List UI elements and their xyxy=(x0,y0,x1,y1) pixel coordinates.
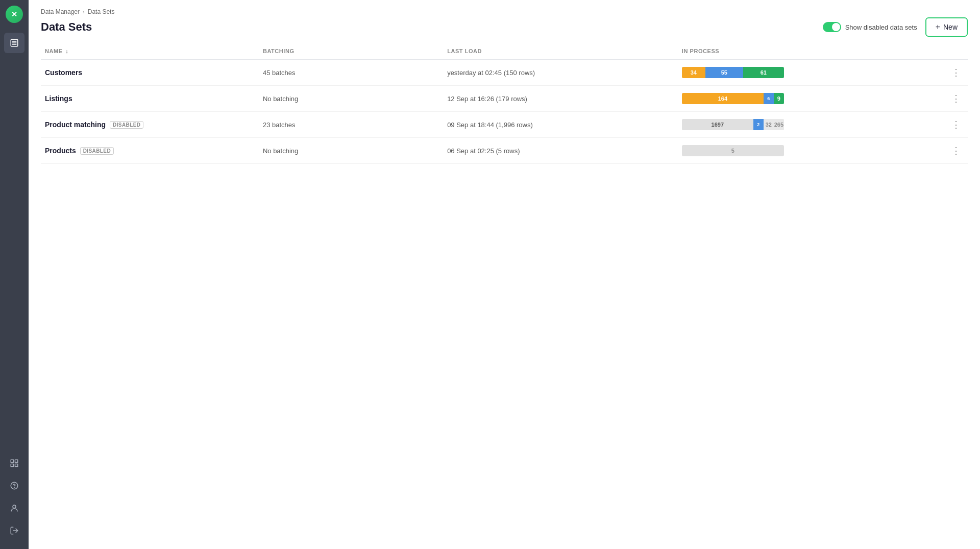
table-container: NAME ↓ BATCHING LAST LOAD IN PROCESS xyxy=(29,43,980,549)
col-lastload-label: LAST LOAD xyxy=(447,48,482,54)
name-cell-products: ProductsDISABLED xyxy=(41,138,259,164)
col-header-name[interactable]: NAME ↓ xyxy=(41,43,259,60)
progress-bar: 16469 xyxy=(682,93,784,104)
progress-segment: 164 xyxy=(682,93,764,104)
batching-cell: 23 batches xyxy=(259,112,443,138)
progress-segment: 265 xyxy=(774,119,784,130)
grid-icon xyxy=(10,459,19,468)
progress-segment: 9 xyxy=(774,93,784,104)
more-menu-icon[interactable]: ⋮ xyxy=(948,144,964,158)
disabled-badge: DISABLED xyxy=(110,121,143,129)
logout-icon xyxy=(10,526,19,535)
lastload-cell: 06 Sep at 02:25 (5 rows) xyxy=(443,138,678,164)
sidebar-nav xyxy=(4,29,24,453)
sidebar xyxy=(0,0,29,549)
name-cell-product-matching: Product matchingDISABLED xyxy=(41,112,259,138)
name-cell-listings: Listings xyxy=(41,86,259,112)
lastload-cell: 12 Sep at 16:26 (179 rows) xyxy=(443,86,678,112)
row-name[interactable]: Product matching xyxy=(45,121,106,129)
sidebar-item-user[interactable] xyxy=(4,498,24,518)
batching-cell: 45 batches xyxy=(259,60,443,86)
svg-rect-6 xyxy=(11,464,13,467)
col-batching-label: BATCHING xyxy=(263,48,295,54)
sidebar-item-logout[interactable] xyxy=(4,520,24,541)
progress-bar: 1697232265 xyxy=(682,119,784,130)
progress-bar: 5 xyxy=(682,145,784,156)
name-cell-customers: Customers xyxy=(41,60,259,86)
table-body: Customers45 batchesyesterday at 02:45 (1… xyxy=(41,60,968,164)
col-header-actions xyxy=(929,43,968,60)
disabled-badge: DISABLED xyxy=(80,147,114,155)
help-icon xyxy=(10,481,19,490)
actions-cell: ⋮ xyxy=(929,86,968,112)
col-header-lastload: LAST LOAD xyxy=(443,43,678,60)
actions-cell: ⋮ xyxy=(929,112,968,138)
progress-segment: 1697 xyxy=(682,119,753,130)
svg-point-9 xyxy=(14,487,15,488)
col-header-inprocess: IN PROCESS xyxy=(678,43,929,60)
user-icon xyxy=(10,504,19,513)
page-title-row: Data Sets Show disabled data sets + New xyxy=(41,17,968,37)
batching-cell: No batching xyxy=(259,86,443,112)
progress-bar: 345561 xyxy=(682,67,784,78)
more-menu-icon[interactable]: ⋮ xyxy=(948,117,964,132)
sort-asc-icon: ↓ xyxy=(65,48,68,54)
logo-icon xyxy=(6,6,23,23)
batching-cell: No batching xyxy=(259,138,443,164)
new-button[interactable]: + New xyxy=(925,17,968,37)
breadcrumb-parent[interactable]: Data Manager xyxy=(41,8,80,15)
lastload-cell: yesterday at 02:45 (150 rows) xyxy=(443,60,678,86)
app-logo[interactable] xyxy=(0,0,29,29)
svg-rect-5 xyxy=(15,460,18,462)
progress-segment: 32 xyxy=(764,119,774,130)
sidebar-item-grid[interactable] xyxy=(4,453,24,473)
svg-rect-7 xyxy=(15,464,18,467)
list-icon xyxy=(10,38,19,47)
svg-rect-4 xyxy=(11,460,13,462)
row-name[interactable]: Customers xyxy=(45,68,82,77)
show-disabled-toggle[interactable] xyxy=(823,22,841,32)
toggle-label-text: Show disabled data sets xyxy=(845,23,917,31)
progress-segment: 5 xyxy=(682,145,784,156)
new-button-label: New xyxy=(943,23,958,31)
sidebar-item-help[interactable] xyxy=(4,475,24,496)
breadcrumb-separator: › xyxy=(83,9,85,15)
header-actions: Show disabled data sets + New xyxy=(823,17,968,37)
inprocess-cell: 345561 xyxy=(678,60,929,86)
inprocess-cell: 16469 xyxy=(678,86,929,112)
breadcrumb-current: Data Sets xyxy=(88,8,115,15)
progress-segment: 55 xyxy=(705,67,743,78)
inprocess-cell: 5 xyxy=(678,138,929,164)
row-name[interactable]: Products xyxy=(45,147,76,155)
col-inprocess-label: IN PROCESS xyxy=(682,48,719,54)
table-header-row: NAME ↓ BATCHING LAST LOAD IN PROCESS xyxy=(41,43,968,60)
plus-icon: + xyxy=(936,22,940,32)
col-name-label: NAME xyxy=(45,48,63,54)
progress-segment: 61 xyxy=(743,67,784,78)
table-row: Customers45 batchesyesterday at 02:45 (1… xyxy=(41,60,968,86)
table-row: ProductsDISABLEDNo batching06 Sep at 02:… xyxy=(41,138,968,164)
toggle-disabled-label[interactable]: Show disabled data sets xyxy=(823,22,917,32)
datasets-table: NAME ↓ BATCHING LAST LOAD IN PROCESS xyxy=(41,43,968,164)
col-header-batching: BATCHING xyxy=(259,43,443,60)
table-row: ListingsNo batching12 Sep at 16:26 (179 … xyxy=(41,86,968,112)
inprocess-cell: 1697232265 xyxy=(678,112,929,138)
actions-cell: ⋮ xyxy=(929,60,968,86)
page-title: Data Sets xyxy=(41,20,92,34)
sidebar-bottom xyxy=(4,453,24,549)
more-menu-icon[interactable]: ⋮ xyxy=(948,91,964,106)
sidebar-item-datasets[interactable] xyxy=(4,33,24,53)
table-row: Product matchingDISABLED23 batches09 Sep… xyxy=(41,112,968,138)
progress-segment: 34 xyxy=(682,67,705,78)
progress-segment: 2 xyxy=(753,119,764,130)
progress-segment: 6 xyxy=(764,93,774,104)
main-content: Data Manager › Data Sets Data Sets Show … xyxy=(29,0,980,549)
page-header: Data Manager › Data Sets Data Sets Show … xyxy=(29,0,980,43)
svg-point-10 xyxy=(13,505,16,508)
row-name[interactable]: Listings xyxy=(45,94,72,103)
lastload-cell: 09 Sep at 18:44 (1,996 rows) xyxy=(443,112,678,138)
actions-cell: ⋮ xyxy=(929,138,968,164)
breadcrumb: Data Manager › Data Sets xyxy=(41,8,968,15)
more-menu-icon[interactable]: ⋮ xyxy=(948,65,964,80)
